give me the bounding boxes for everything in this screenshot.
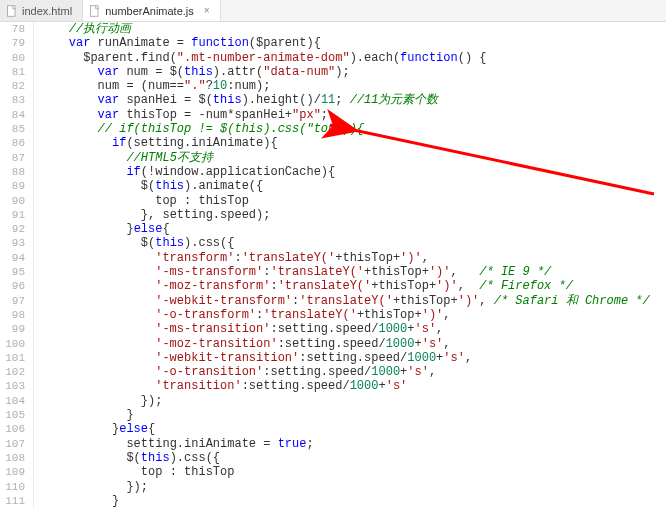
svg-rect-0 bbox=[8, 5, 16, 16]
line-number: 102 bbox=[4, 365, 25, 379]
line-number: 99 bbox=[4, 322, 25, 336]
code-line[interactable]: '-webkit-transition':setting.speed/1000+… bbox=[40, 351, 666, 365]
line-number: 93 bbox=[4, 236, 25, 250]
tab-bar: index.html numberAnimate.js × bbox=[0, 0, 666, 22]
code-line[interactable]: '-ms-transition':setting.speed/1000+'s', bbox=[40, 322, 666, 336]
line-number: 88 bbox=[4, 165, 25, 179]
file-icon bbox=[6, 5, 18, 17]
line-number: 97 bbox=[4, 294, 25, 308]
code-line[interactable]: // if(thisTop != $(this).css("top")){ bbox=[40, 122, 666, 136]
tab-label: index.html bbox=[22, 5, 72, 17]
code-line[interactable]: $(this).animate({ bbox=[40, 179, 666, 193]
code-line[interactable]: if(!window.applicationCache){ bbox=[40, 165, 666, 179]
line-number: 87 bbox=[4, 151, 25, 165]
code-line[interactable]: }); bbox=[40, 480, 666, 494]
line-number: 110 bbox=[4, 480, 25, 494]
line-number: 78 bbox=[4, 22, 25, 36]
line-number: 103 bbox=[4, 379, 25, 393]
code-line[interactable]: '-o-transition':setting.speed/1000+'s', bbox=[40, 365, 666, 379]
code-line[interactable]: } bbox=[40, 494, 666, 508]
line-number: 83 bbox=[4, 93, 25, 107]
code-line[interactable]: if(setting.iniAnimate){ bbox=[40, 136, 666, 150]
line-number: 86 bbox=[4, 136, 25, 150]
code-line[interactable]: '-webkit-transform':'translateY('+thisTo… bbox=[40, 294, 666, 308]
code-line[interactable]: }else{ bbox=[40, 422, 666, 436]
line-number: 100 bbox=[4, 337, 25, 351]
line-number: 101 bbox=[4, 351, 25, 365]
code-line[interactable]: '-moz-transform':'translateY('+thisTop+'… bbox=[40, 279, 666, 293]
code-line[interactable]: }, setting.speed); bbox=[40, 208, 666, 222]
line-number: 89 bbox=[4, 179, 25, 193]
code-line[interactable]: //执行动画 bbox=[40, 22, 666, 36]
line-number: 84 bbox=[4, 108, 25, 122]
line-number: 91 bbox=[4, 208, 25, 222]
tab-index-html[interactable]: index.html bbox=[0, 0, 83, 21]
line-number: 98 bbox=[4, 308, 25, 322]
line-number: 80 bbox=[4, 51, 25, 65]
svg-rect-1 bbox=[91, 5, 99, 16]
tab-label: numberAnimate.js bbox=[105, 5, 194, 17]
code-line[interactable]: $(this).css({ bbox=[40, 451, 666, 465]
line-number: 85 bbox=[4, 122, 25, 136]
line-number: 108 bbox=[4, 451, 25, 465]
code-line[interactable]: } bbox=[40, 408, 666, 422]
code-line[interactable]: $parent.find(".mt-number-animate-dom").e… bbox=[40, 51, 666, 65]
code-editor[interactable]: 7879808182838485868788899091929394959697… bbox=[0, 22, 666, 509]
code-line[interactable]: '-o-transform':'translateY('+thisTop+')'… bbox=[40, 308, 666, 322]
code-line[interactable]: //HTML5不支持 bbox=[40, 151, 666, 165]
code-line[interactable]: '-ms-transform':'translateY('+thisTop+')… bbox=[40, 265, 666, 279]
code-line[interactable]: num = (num=="."?10:num); bbox=[40, 79, 666, 93]
line-number: 95 bbox=[4, 265, 25, 279]
js-file-icon bbox=[89, 5, 101, 17]
code-line[interactable]: 'transform':'translateY('+thisTop+')', bbox=[40, 251, 666, 265]
line-number: 105 bbox=[4, 408, 25, 422]
code-area[interactable]: //执行动画 var runAnimate = function($parent… bbox=[34, 22, 666, 509]
code-line[interactable]: top : thisTop bbox=[40, 465, 666, 479]
code-line[interactable]: var spanHei = $(this).height()/11; //11为… bbox=[40, 93, 666, 107]
line-number: 92 bbox=[4, 222, 25, 236]
line-number: 82 bbox=[4, 79, 25, 93]
code-line[interactable]: }); bbox=[40, 394, 666, 408]
line-number: 107 bbox=[4, 437, 25, 451]
line-number: 94 bbox=[4, 251, 25, 265]
code-line[interactable]: var thisTop = -num*spanHei+"px"; bbox=[40, 108, 666, 122]
code-line[interactable]: 'transition':setting.speed/1000+'s' bbox=[40, 379, 666, 393]
code-line[interactable]: '-moz-transition':setting.speed/1000+'s'… bbox=[40, 337, 666, 351]
line-number-gutter: 7879808182838485868788899091929394959697… bbox=[0, 22, 34, 509]
line-number: 96 bbox=[4, 279, 25, 293]
code-line[interactable]: var num = $(this).attr("data-num"); bbox=[40, 65, 666, 79]
line-number: 81 bbox=[4, 65, 25, 79]
line-number: 79 bbox=[4, 36, 25, 50]
line-number: 109 bbox=[4, 465, 25, 479]
line-number: 104 bbox=[4, 394, 25, 408]
code-line[interactable]: }else{ bbox=[40, 222, 666, 236]
line-number: 111 bbox=[4, 494, 25, 508]
code-line[interactable]: $(this).css({ bbox=[40, 236, 666, 250]
tab-numberanimate-js[interactable]: numberAnimate.js × bbox=[83, 0, 221, 21]
code-line[interactable]: setting.iniAnimate = true; bbox=[40, 437, 666, 451]
line-number: 106 bbox=[4, 422, 25, 436]
line-number: 90 bbox=[4, 194, 25, 208]
close-icon[interactable]: × bbox=[204, 5, 210, 16]
code-line[interactable]: top : thisTop bbox=[40, 194, 666, 208]
code-line[interactable]: var runAnimate = function($parent){ bbox=[40, 36, 666, 50]
